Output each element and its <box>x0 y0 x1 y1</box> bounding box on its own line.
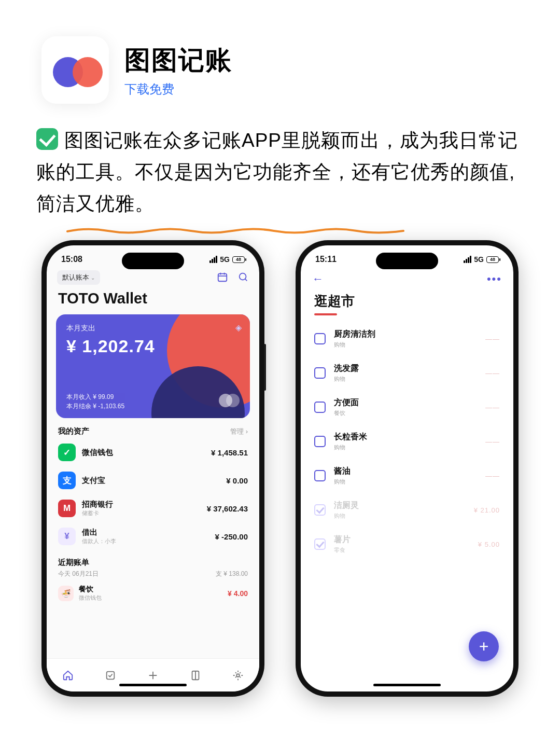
checkmark-icon <box>36 128 58 150</box>
tab-checklist-icon[interactable] <box>103 668 118 683</box>
item-price: —— <box>485 472 500 480</box>
asset-row[interactable]: ✓ 微信钱包 ¥ 1,458.51 <box>47 438 259 466</box>
bills-date: 今天 06月21日 <box>58 570 99 578</box>
item-category: 餐饮 <box>334 409 477 417</box>
asset-sub: 借款人：小李 <box>82 537 116 545</box>
checkbox[interactable] <box>314 436 326 447</box>
app-name: 图图记账 <box>124 43 232 78</box>
list-item[interactable]: 薯片零食 ¥ 5.00 <box>301 527 513 561</box>
app-icon <box>41 36 109 104</box>
bill-row[interactable]: 🍜 餐饮微信钱包 ¥ 4.00 <box>47 582 259 605</box>
item-price: —— <box>485 438 500 446</box>
svg-rect-2 <box>107 671 115 679</box>
checkbox[interactable] <box>314 538 326 550</box>
item-name: 方便面 <box>334 397 477 408</box>
asset-row[interactable]: 支 支付宝 ¥ 0.00 <box>47 466 259 494</box>
item-name: 洁厕灵 <box>334 500 466 511</box>
spend-label: 本月支出 <box>66 324 240 333</box>
tab-bar <box>47 658 259 691</box>
search-icon[interactable] <box>237 271 249 284</box>
item-price: —— <box>485 369 500 377</box>
underline-decoration <box>66 212 409 220</box>
income-line: 本月收入 ¥ 99.09 <box>66 392 124 402</box>
item-category: 购物 <box>334 478 477 486</box>
checkbox[interactable] <box>314 470 326 481</box>
tab-add-icon[interactable] <box>146 668 160 683</box>
battery-icon: 48 <box>232 256 245 263</box>
status-time: 15:11 <box>315 255 337 264</box>
home-indicator <box>373 684 441 686</box>
asset-value: ¥ -250.00 <box>215 532 248 541</box>
asset-icon: ¥ <box>58 528 76 545</box>
asset-value: ¥ 0.00 <box>226 476 248 485</box>
checkbox[interactable] <box>314 504 326 516</box>
blurb: 图图记账在众多记账APP里脱颖而出，成为我日常记账的工具。不仅是因为它功能齐全，… <box>0 119 560 235</box>
asset-value: ¥ 37,602.43 <box>207 504 248 513</box>
bill-sub: 微信钱包 <box>79 594 102 602</box>
item-price: ¥ 5.00 <box>478 541 500 548</box>
asset-sub: 储蓄卡 <box>82 509 113 517</box>
checkbox[interactable] <box>314 402 326 413</box>
network-label: 5G <box>474 255 484 264</box>
mastercard-icon <box>219 394 240 409</box>
svg-rect-0 <box>218 273 227 281</box>
manage-link[interactable]: 管理 › <box>230 427 248 436</box>
list-title: 逛超市 <box>301 291 513 312</box>
list-item[interactable]: 厨房清洁剂购物 —— <box>301 322 513 356</box>
spend-amount: ¥ 1,202.74 <box>66 336 240 356</box>
ledger-selector[interactable]: 默认账本 ⌄ <box>57 270 100 285</box>
chevron-down-icon: ⌄ <box>91 275 95 281</box>
bill-value: ¥ 4.00 <box>228 589 248 598</box>
network-label: 5G <box>220 255 230 264</box>
list-item[interactable]: 长粒香米购物 —— <box>301 424 513 459</box>
asset-icon: M <box>58 500 76 517</box>
asset-name: 借出 <box>82 528 116 537</box>
download-link[interactable]: 下载免费 <box>124 81 232 98</box>
list-item[interactable]: 洗发露购物 —— <box>301 356 513 390</box>
notch <box>122 253 184 269</box>
list-item[interactable]: 酱油购物 —— <box>301 459 513 493</box>
tab-book-icon[interactable] <box>188 668 203 683</box>
item-category: 购物 <box>334 444 477 451</box>
item-category: 购物 <box>334 341 477 349</box>
item-name: 长粒香米 <box>334 432 477 442</box>
item-name: 洗发露 <box>334 363 477 374</box>
back-icon[interactable]: ← <box>312 272 324 286</box>
item-category: 零食 <box>334 546 470 554</box>
home-indicator <box>119 684 187 686</box>
signal-icon <box>464 256 471 263</box>
bill-name: 餐饮 <box>79 585 102 594</box>
more-icon[interactable]: ••• <box>487 272 502 286</box>
checkbox[interactable] <box>314 333 326 344</box>
list-item[interactable]: 洁厕灵购物 ¥ 21.00 <box>301 493 513 527</box>
tab-settings-icon[interactable] <box>231 668 245 683</box>
calendar-icon[interactable] <box>217 271 228 284</box>
tab-home-icon[interactable] <box>61 668 75 683</box>
bills-title: 近期账单 <box>47 550 259 568</box>
title-underline <box>314 313 337 315</box>
asset-icon: ✓ <box>58 444 76 461</box>
list-item[interactable]: 方便面餐饮 —— <box>301 390 513 424</box>
status-time: 15:08 <box>61 255 82 264</box>
item-name: 酱油 <box>334 466 477 477</box>
asset-name: 支付宝 <box>82 476 105 486</box>
phone-mockup-wallet: 15:08 5G 48 默认账本 ⌄ TOTO Wallet <box>41 240 264 697</box>
item-category: 购物 <box>334 512 466 520</box>
asset-icon: 支 <box>58 472 76 489</box>
checkbox[interactable] <box>314 367 326 379</box>
item-name: 薯片 <box>334 534 470 545</box>
add-fab[interactable]: + <box>469 631 499 661</box>
blurb-text: 图图记账在众多记账APP里脱颖而出，成为我日常记账的工具。不仅是因为它功能齐全，… <box>36 130 518 214</box>
phone-mockup-list: 15:11 5G 48 ← ••• 逛超市 厨房清洁剂购物 —— 洗发露购物 —… <box>296 240 519 697</box>
item-category: 购物 <box>334 375 477 383</box>
asset-name: 微信钱包 <box>82 448 113 458</box>
asset-value: ¥ 1,458.51 <box>211 448 248 457</box>
summary-card[interactable]: ◈ 本月支出 ¥ 1,202.74 本月收入 ¥ 99.09 本月结余 ¥ -1… <box>56 314 250 418</box>
asset-row[interactable]: M 招商银行储蓄卡 ¥ 37,602.43 <box>47 494 259 522</box>
bills-spend: 支 ¥ 138.00 <box>216 570 248 578</box>
signal-icon <box>209 256 217 263</box>
balance-line: 本月结余 ¥ -1,103.65 <box>66 402 124 411</box>
assets-title: 我的资产 <box>58 426 89 436</box>
svg-point-1 <box>240 273 246 280</box>
asset-row[interactable]: ¥ 借出借款人：小李 ¥ -250.00 <box>47 522 259 550</box>
